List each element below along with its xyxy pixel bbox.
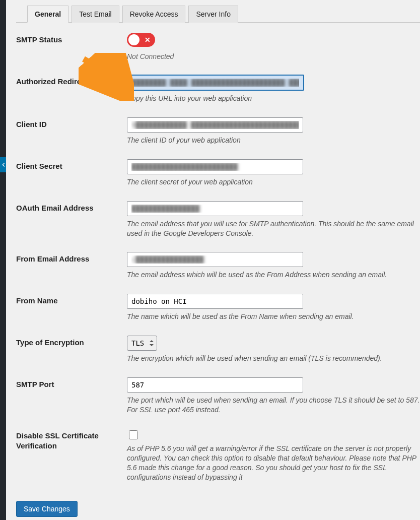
settings-tabs: General Test Email Revoke Access Server … — [16, 5, 420, 23]
oauth-email-input[interactable] — [127, 201, 303, 216]
redirect-uri-label: Authorized Redirect URI — [16, 75, 127, 87]
save-button[interactable]: Save Changes — [16, 501, 78, 517]
tab-general[interactable]: General — [27, 6, 68, 23]
encryption-select[interactable]: TLS — [127, 336, 157, 351]
client-secret-helper: The client secret of your web applicatio… — [127, 177, 420, 187]
client-id-label: Client ID — [16, 117, 127, 129]
redirect-uri-input[interactable] — [127, 75, 304, 91]
smtp-port-label: SMTP Port — [16, 377, 127, 389]
tab-test-email[interactable]: Test Email — [72, 6, 119, 23]
disable-ssl-helper: As of PHP 5.6 you will get a warning/err… — [127, 444, 420, 482]
admin-sidebar — [0, 0, 6, 520]
encryption-helper: The encryption which will be used when s… — [127, 354, 420, 363]
from-name-label: From Name — [16, 294, 127, 306]
oauth-email-helper: The email address that you will use for … — [127, 219, 420, 238]
from-name-helper: The name which will be used as the From … — [127, 312, 420, 321]
encryption-label: Type of Encryption — [16, 336, 127, 348]
close-icon: ✕ — [145, 36, 151, 44]
tab-revoke-access[interactable]: Revoke Access — [122, 6, 186, 23]
smtp-status-toggle[interactable]: ✕ — [127, 33, 155, 47]
smtp-port-helper: The port which will be used when sending… — [127, 396, 420, 415]
disable-ssl-checkbox[interactable] — [129, 430, 138, 439]
client-secret-label: Client Secret — [16, 159, 127, 171]
from-email-label: From Email Address — [16, 252, 127, 264]
from-email-helper: The email address which will be used as … — [127, 270, 420, 280]
redirect-uri-helper: Copy this URL into your web application — [127, 94, 420, 103]
oauth-email-label: OAuth Email Address — [16, 201, 127, 213]
smtp-port-input[interactable] — [127, 377, 303, 393]
smtp-status-label: SMTP Status — [16, 33, 127, 45]
from-email-input[interactable] — [127, 252, 303, 267]
client-id-helper: The client ID of your web application — [127, 136, 420, 145]
client-secret-input[interactable] — [127, 159, 303, 174]
client-id-input[interactable] — [127, 117, 303, 133]
tab-server-info[interactable]: Server Info — [188, 6, 238, 23]
smtp-status-text: Not Connected — [127, 52, 420, 60]
disable-ssl-label: Disable SSL Certificate Verification — [16, 429, 127, 451]
from-name-input[interactable] — [127, 294, 303, 309]
toggle-knob — [128, 34, 139, 45]
